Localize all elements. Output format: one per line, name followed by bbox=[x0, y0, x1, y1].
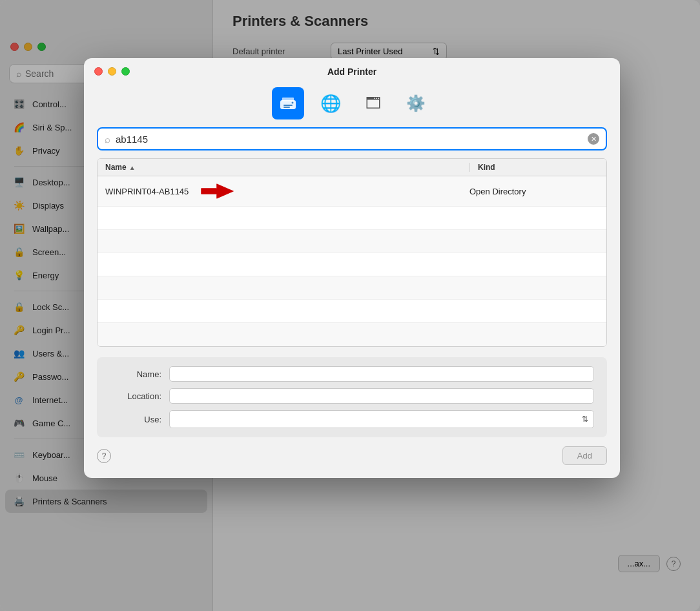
add-printer-dialog: Add Printer 🌐 🗔 ⚙️ ⌕ ✕ bbox=[84, 58, 620, 478]
dialog-maximize-button[interactable] bbox=[121, 67, 130, 76]
search-icon-dialog: ⌕ bbox=[105, 134, 110, 145]
tab-local-printers[interactable] bbox=[272, 87, 304, 119]
annotation-arrow bbox=[200, 181, 239, 201]
form-name-row: Name: bbox=[110, 366, 594, 382]
table-row-empty-1 bbox=[98, 207, 606, 230]
table-header: Name ▲ Kind bbox=[98, 159, 606, 176]
globe-icon: 🌐 bbox=[320, 94, 341, 114]
dialog-title: Add Printer bbox=[327, 67, 376, 77]
clear-search-button[interactable]: ✕ bbox=[588, 133, 599, 145]
dialog-close-button[interactable] bbox=[94, 67, 103, 76]
table-header-kind: Kind bbox=[469, 163, 599, 172]
printer-kind-cell: Open Directory bbox=[469, 187, 599, 196]
form-use-label: Use: bbox=[110, 415, 161, 424]
tab-ip-printer[interactable]: 🌐 bbox=[314, 87, 347, 119]
printer-name-cell: WINPRINT04-AB1145 bbox=[105, 181, 469, 201]
gear-icon: ⚙️ bbox=[406, 94, 426, 112]
dialog-search-container: ⌕ ✕ bbox=[97, 127, 607, 150]
local-printer-icon bbox=[278, 94, 298, 113]
form-location-label: Location: bbox=[110, 391, 161, 401]
printer-results-table: Name ▲ Kind WINPRINT04-AB1145 Open Direc… bbox=[97, 158, 607, 347]
table-row-empty-3 bbox=[98, 253, 606, 276]
dialog-form: Name: Location: Use: ⇅ bbox=[97, 357, 607, 437]
chevron-updown-icon-3: ⇅ bbox=[582, 415, 588, 424]
dialog-search-field: ⌕ ✕ bbox=[97, 127, 607, 150]
printer-search-input[interactable] bbox=[116, 134, 582, 145]
dialog-minimize-button[interactable] bbox=[108, 67, 116, 76]
table-row-empty-2 bbox=[98, 230, 606, 253]
use-value bbox=[175, 415, 178, 424]
windows-icon: 🗔 bbox=[365, 94, 381, 112]
dialog-footer: ? Add bbox=[84, 437, 620, 465]
dialog-traffic-lights bbox=[94, 67, 130, 76]
table-row[interactable]: WINPRINT04-AB1145 Open Directory bbox=[98, 176, 606, 207]
form-location-input[interactable] bbox=[169, 388, 594, 404]
svg-rect-1 bbox=[282, 98, 294, 101]
table-row-empty-6 bbox=[98, 323, 606, 346]
tab-advanced[interactable]: ⚙️ bbox=[400, 87, 432, 119]
red-arrow-icon bbox=[200, 181, 239, 201]
dialog-title-bar: Add Printer bbox=[84, 58, 620, 82]
form-use-row: Use: ⇅ bbox=[110, 410, 594, 428]
dialog-help-button[interactable]: ? bbox=[97, 449, 111, 463]
form-location-row: Location: bbox=[110, 388, 594, 404]
tab-windows-printer[interactable]: 🗔 bbox=[357, 87, 389, 119]
svg-rect-3 bbox=[283, 107, 290, 108]
svg-point-4 bbox=[292, 102, 294, 104]
svg-rect-2 bbox=[283, 105, 293, 106]
table-header-name: Name ▲ bbox=[105, 163, 469, 172]
form-use-select[interactable]: ⇅ bbox=[169, 410, 594, 428]
form-name-label: Name: bbox=[110, 369, 161, 379]
form-name-input[interactable] bbox=[169, 366, 594, 382]
sort-asc-icon: ▲ bbox=[129, 164, 136, 171]
svg-marker-5 bbox=[201, 184, 234, 198]
table-row-empty-4 bbox=[98, 276, 606, 300]
dialog-toolbar: 🌐 🗔 ⚙️ bbox=[84, 82, 620, 127]
table-row-empty-5 bbox=[98, 300, 606, 323]
add-printer-button[interactable]: Add bbox=[562, 446, 607, 465]
